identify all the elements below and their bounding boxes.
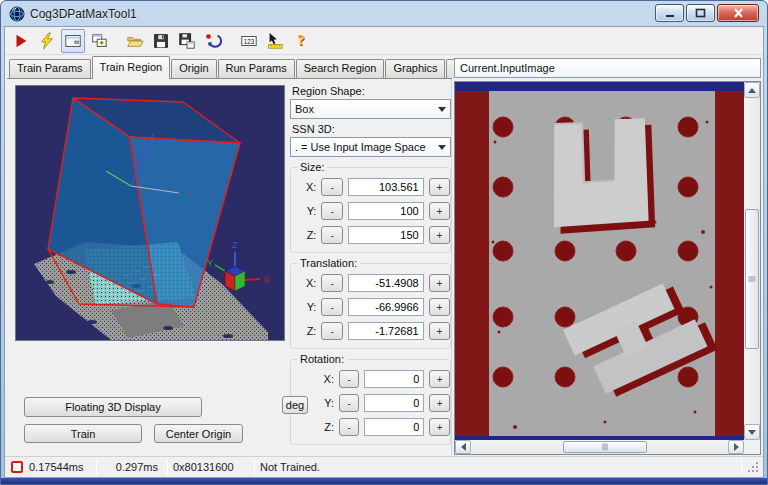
size-z-plus-button[interactable]: +: [429, 226, 450, 244]
rotation-y-plus-button[interactable]: +: [429, 394, 450, 412]
rotation-z-input[interactable]: [364, 418, 424, 436]
status-separator: [741, 460, 742, 475]
arrow-up-icon: [748, 88, 756, 93]
help-icon[interactable]: ? ?: [289, 29, 313, 53]
size-x-plus-button[interactable]: +: [429, 178, 450, 196]
tab-run-params[interactable]: Run Params: [218, 59, 295, 78]
app-window: Cog3DPatMaxTool1: [0, 0, 768, 485]
translation-x-row: X: - +: [301, 274, 450, 292]
run-continuous-icon[interactable]: [35, 29, 59, 53]
svg-text:123: 123: [244, 37, 255, 44]
pixel-values-icon[interactable]: 123: [237, 29, 261, 53]
size-z-minus-button[interactable]: -: [321, 226, 342, 244]
cascade-windows-icon[interactable]: [87, 29, 111, 53]
scroll-up-button[interactable]: [744, 82, 760, 98]
svg-text:?: ?: [297, 32, 304, 48]
rotation-z-minus-button[interactable]: -: [339, 418, 360, 436]
translation-y-minus-button[interactable]: -: [321, 298, 342, 316]
size-z-row: Z: - +: [301, 226, 450, 244]
resize-grip-icon[interactable]: [747, 461, 759, 473]
train-region-3d-view[interactable]: Z X Y: [15, 85, 285, 341]
center-origin-button[interactable]: Center Origin: [154, 424, 243, 443]
size-y-input[interactable]: [348, 202, 424, 220]
status-separator: [96, 460, 97, 475]
rotation-z-plus-button[interactable]: +: [429, 418, 450, 436]
image-selector[interactable]: Current.InputImage: [454, 58, 761, 78]
measure-ruler-icon[interactable]: [263, 29, 287, 53]
status-message-text: Not Trained.: [260, 461, 320, 473]
horizontal-scrollbar[interactable]: [455, 440, 744, 454]
train-region-page: Z X Y Region Shape: Box SSN 3D: . = Use …: [7, 79, 452, 455]
minimize-icon: [665, 9, 675, 18]
tab-search-region[interactable]: Search Region: [296, 59, 385, 78]
minimize-button[interactable]: [655, 4, 684, 22]
run-icon[interactable]: [9, 29, 33, 53]
size-y-minus-button[interactable]: -: [321, 202, 342, 220]
scroll-down-button[interactable]: [744, 424, 760, 440]
rotation-y-minus-button[interactable]: -: [339, 394, 360, 412]
tab-origin[interactable]: Origin: [171, 59, 216, 78]
translation-z-minus-button[interactable]: -: [321, 322, 342, 340]
translation-z-input[interactable]: [348, 322, 424, 340]
ssn-3d-select[interactable]: . = Use Input Image Space: [290, 137, 451, 157]
size-y-row: Y: - +: [301, 202, 450, 220]
app-globe-icon: [9, 6, 25, 22]
open-folder-icon[interactable]: [123, 29, 147, 53]
floating-display-icon[interactable]: [61, 29, 85, 53]
x-axis-label: X: [263, 275, 269, 285]
result-status-icon: [11, 461, 23, 473]
maximize-button[interactable]: [686, 4, 715, 22]
toolbar: 123 ? ?: [5, 27, 763, 55]
close-icon: [733, 8, 744, 18]
tab-graphics[interactable]: Graphics: [385, 59, 445, 78]
image-display: [454, 81, 761, 455]
translation-y-input[interactable]: [348, 298, 424, 316]
tab-train-region[interactable]: Train Region: [92, 56, 171, 79]
rotation-x-minus-button[interactable]: -: [339, 370, 360, 388]
size-x-input[interactable]: [348, 178, 424, 196]
rotation-group-label: Rotation:: [297, 353, 347, 365]
y-axis-label: Y: [207, 258, 213, 268]
size-y-plus-button[interactable]: +: [429, 202, 450, 220]
arrow-down-icon: [748, 430, 756, 435]
rotation-y-input[interactable]: [364, 394, 424, 412]
reset-icon[interactable]: [201, 29, 225, 53]
rotation-x-input[interactable]: [364, 370, 424, 388]
rotation-y-row: Y: - +: [301, 394, 450, 412]
rotation-x-plus-button[interactable]: +: [429, 370, 450, 388]
z-axis-label: Z: [232, 240, 238, 250]
region-form: Region Shape: Box SSN 3D: . = Use Input …: [290, 83, 451, 445]
vertical-scrollbar[interactable]: [744, 82, 760, 440]
status-separator: [254, 460, 255, 475]
save-icon[interactable]: [149, 29, 173, 53]
region-shape-label: Region Shape:: [292, 85, 451, 97]
vertical-scroll-thumb[interactable]: [745, 209, 759, 349]
size-z-input[interactable]: [348, 226, 424, 244]
total-time-text: 0.297ms: [102, 461, 162, 473]
window-title: Cog3DPatMaxTool1: [30, 7, 137, 21]
floating-3d-display-button[interactable]: Floating 3D Display: [24, 397, 202, 417]
size-x-minus-button[interactable]: -: [321, 178, 342, 196]
save-record-icon[interactable]: [175, 29, 199, 53]
degrees-button[interactable]: deg: [282, 396, 308, 414]
translation-x-minus-button[interactable]: -: [321, 274, 342, 292]
translation-y-plus-button[interactable]: +: [429, 298, 450, 316]
close-button[interactable]: [717, 4, 759, 22]
input-image-view[interactable]: [455, 82, 744, 440]
translation-z-plus-button[interactable]: +: [429, 322, 450, 340]
translation-x-plus-button[interactable]: +: [429, 274, 450, 292]
scroll-left-button[interactable]: [455, 440, 471, 454]
chevron-down-icon: [438, 107, 446, 112]
scroll-right-button[interactable]: [728, 440, 744, 454]
client-area: 123 ? ? Train Params Train Region: [4, 26, 764, 478]
translation-x-input[interactable]: [348, 274, 424, 292]
window-bottom-border: [1, 478, 767, 484]
titlebar[interactable]: Cog3DPatMaxTool1: [1, 1, 767, 26]
translation-group-label: Translation:: [297, 257, 360, 269]
region-shape-select[interactable]: Box: [290, 99, 451, 119]
horizontal-scroll-thumb[interactable]: [563, 441, 647, 453]
rotation-group: Rotation: deg X: - + Y: - +: [290, 359, 451, 445]
train-button[interactable]: Train: [24, 424, 142, 443]
rotation-z-row: Z: - +: [301, 418, 450, 436]
tab-train-params[interactable]: Train Params: [9, 59, 91, 78]
